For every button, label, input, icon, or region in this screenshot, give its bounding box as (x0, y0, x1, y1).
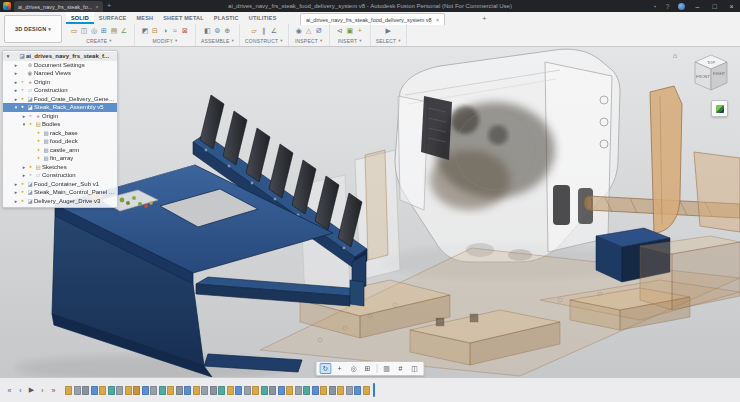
expand-arrow-icon[interactable]: ▾ (5, 53, 11, 59)
ribbon-group-label[interactable]: SELECT ▾ (376, 36, 401, 45)
nav-tool-icon[interactable]: ⊞ (362, 363, 374, 374)
workspace-picker[interactable]: 3D DESIGN ▾ (4, 15, 62, 43)
ribbon-group-label[interactable]: INSERT ▾ (338, 36, 362, 45)
tool-icon[interactable]: ▣ (345, 25, 355, 36)
browser-tree-row[interactable]: ▸ Origin (3, 112, 117, 121)
tool-icon[interactable]: ▱ (249, 25, 259, 36)
home-view-icon[interactable]: ⌂ (673, 52, 677, 59)
tool-icon[interactable]: ▤ (109, 25, 119, 36)
visibility-bulb-icon[interactable] (19, 95, 26, 103)
visibility-bulb-icon[interactable] (19, 78, 26, 86)
playback-button[interactable]: › (37, 384, 48, 396)
timeline-feature-icon[interactable] (125, 386, 132, 395)
ribbon-group-label[interactable]: ASSEMBLE ▾ (201, 36, 234, 45)
timeline-feature-icon[interactable] (278, 386, 285, 395)
browser-tree-row[interactable]: ▸ Sketches (3, 163, 117, 172)
job-status-icon[interactable]: ◔ (648, 3, 661, 10)
browser-tree-row[interactable]: ▸ Origin (3, 78, 117, 87)
timeline-feature-icon[interactable] (252, 386, 259, 395)
browser-tree-row[interactable]: ▸ Delivery_Auger_Drive v3 (3, 197, 117, 206)
timeline-feature-icon[interactable] (218, 386, 225, 395)
ribbon-tab[interactable]: SURFACE (94, 12, 132, 24)
expand-arrow-icon[interactable]: ▸ (13, 62, 19, 68)
timeline-feature-icon[interactable] (184, 386, 191, 395)
nav-tool-icon[interactable]: + (334, 363, 346, 374)
timeline-feature-icon[interactable] (303, 386, 310, 395)
tool-icon[interactable]: ∠ (269, 25, 279, 36)
timeline-feature-icon[interactable] (167, 386, 174, 395)
browser-tree-row[interactable]: ▸ Construction (3, 171, 117, 180)
timeline-feature-icon[interactable] (210, 386, 217, 395)
timeline-feature-icon[interactable] (354, 386, 361, 395)
timeline-feature-icon[interactable] (176, 386, 183, 395)
tool-icon[interactable]: ◎ (89, 25, 99, 36)
tool-icon[interactable]: ⊠ (180, 25, 190, 36)
ribbon-tab[interactable]: SHEET METAL (158, 12, 209, 24)
tool-icon[interactable]: ◫ (79, 25, 89, 36)
tool-icon[interactable]: ▶ (383, 25, 393, 36)
timeline-feature-icon[interactable] (244, 386, 251, 395)
timeline-feature-icon[interactable] (142, 386, 149, 395)
timeline-feature-icon[interactable] (346, 386, 353, 395)
timeline-feature-icon[interactable] (235, 386, 242, 395)
visibility-bulb-icon[interactable] (19, 86, 26, 94)
timeline-feature-icon[interactable] (159, 386, 166, 395)
timeline-feature-icon[interactable] (312, 386, 319, 395)
tool-icon[interactable]: ◉ (294, 25, 304, 36)
visibility-bulb-icon[interactable] (19, 180, 26, 188)
timeline-feature-icon[interactable] (150, 386, 157, 395)
playback-button[interactable]: « (4, 384, 15, 396)
nav-tool-icon[interactable]: ↻ (320, 363, 332, 374)
timeline-feature-icon[interactable] (337, 386, 344, 395)
timeline-feature-icon[interactable] (286, 386, 293, 395)
browser-tree-row[interactable]: food_deck (3, 137, 117, 146)
timeline-feature-icon[interactable] (108, 386, 115, 395)
close-icon[interactable]: × (95, 4, 99, 10)
timeline-feature-icon[interactable] (82, 386, 89, 395)
visibility-bulb-icon[interactable] (27, 171, 34, 179)
timeline-feature-icon[interactable] (261, 386, 268, 395)
visibility-bulb-icon[interactable] (35, 129, 42, 137)
ribbon-group-label[interactable]: CREATE ▾ (86, 36, 112, 45)
timeline-feature-icon[interactable] (363, 386, 370, 395)
nav-tool-icon[interactable]: ◫ (409, 363, 421, 374)
ribbon-tab[interactable]: MESH (132, 12, 159, 24)
view-cube[interactable]: ⌂ TOP FRONT RIGHT (673, 50, 735, 96)
tool-icon[interactable]: ▭ (69, 25, 79, 36)
browser-tree-row[interactable]: ▾ ai_drives_navy_frs_steak_f... (3, 52, 117, 61)
visibility-bulb-icon[interactable] (19, 197, 26, 205)
timeline-feature-icon[interactable] (201, 386, 208, 395)
timeline-feature-icon[interactable] (116, 386, 123, 395)
visibility-bulb-icon[interactable] (27, 120, 34, 128)
tool-icon[interactable]: ∠ (119, 25, 129, 36)
ribbon-group-label[interactable]: CONSTRUCT ▾ (245, 36, 283, 45)
visibility-bulb-icon[interactable] (27, 112, 34, 120)
tool-icon[interactable]: ◩ (140, 25, 150, 36)
nav-tool-icon[interactable] (377, 364, 378, 373)
visibility-bulb-icon[interactable] (19, 188, 26, 196)
timeline-feature-icon[interactable] (320, 386, 327, 395)
close-window-button[interactable]: × (723, 0, 740, 12)
visibility-bulb-icon[interactable] (27, 163, 34, 171)
timeline-feature-icon[interactable] (65, 386, 72, 395)
close-icon[interactable]: × (436, 17, 440, 23)
timeline-feature-icon[interactable] (193, 386, 200, 395)
nav-tool-icon[interactable]: ▥ (381, 363, 393, 374)
visibility-bulb-icon[interactable] (35, 137, 42, 145)
timeline-feature-icon[interactable] (269, 386, 276, 395)
minimize-button[interactable]: – (689, 0, 706, 12)
ribbon-group-label[interactable]: INSPECT ▾ (295, 36, 323, 45)
timeline-feature-icon[interactable] (133, 386, 140, 395)
browser-document-tab[interactable]: ai_drives_navy_frs_steak_fo... × (14, 1, 103, 12)
ribbon-tab[interactable]: UTILITIES (244, 12, 282, 24)
ribbon-tab[interactable]: PLASTIC (209, 12, 244, 24)
nav-tool-icon[interactable]: # (395, 363, 407, 374)
expand-arrow-icon[interactable]: ▸ (13, 70, 19, 76)
tool-icon[interactable]: ⊲ (335, 25, 345, 36)
maximize-button[interactable]: □ (706, 0, 723, 12)
help-icon[interactable]: ? (661, 3, 674, 10)
visibility-bulb-icon[interactable] (35, 154, 42, 162)
tool-icon[interactable]: Ø (314, 25, 324, 36)
visibility-bulb-icon[interactable] (35, 146, 42, 154)
tool-icon[interactable]: + (355, 25, 365, 36)
